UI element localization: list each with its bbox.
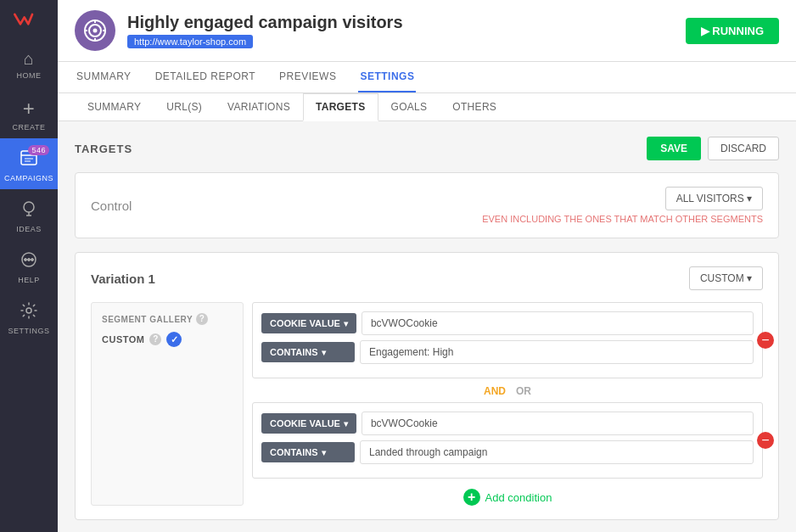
- condition-group-2: COOKIE VALUE ▾ CONTAINS ▾ −: [252, 402, 763, 479]
- campaign-title-wrap: Highly engaged campaign visitors http://…: [127, 13, 403, 48]
- sidebar-item-help[interactable]: HELP: [0, 240, 58, 291]
- condition-row-1-1: COOKIE VALUE ▾: [261, 311, 754, 335]
- remove-group-1-button[interactable]: −: [757, 332, 774, 349]
- condition-row-2-1: COOKIE VALUE ▾: [261, 412, 754, 435]
- svg-point-11: [26, 308, 31, 313]
- help-icon: [20, 250, 38, 273]
- sidebar-label-ideas: IDEAS: [16, 225, 42, 233]
- save-button[interactable]: SAVE: [647, 137, 701, 160]
- tab-detailed-report[interactable]: DETAILED REPORT: [154, 62, 257, 92]
- settings-icon: [20, 301, 38, 324]
- sidebar-label-settings: SETTINGS: [8, 327, 49, 335]
- sidebar-item-settings[interactable]: SETTINGS: [0, 291, 58, 342]
- custom-info-icon[interactable]: ?: [149, 333, 161, 345]
- remove-group-2-button[interactable]: −: [757, 432, 774, 449]
- topbar: Highly engaged campaign visitors http://…: [58, 0, 796, 62]
- campaign-title: Highly engaged campaign visitors: [127, 13, 403, 32]
- sidebar-label-help: HELP: [18, 276, 40, 284]
- discard-button[interactable]: DISCARD: [708, 137, 779, 160]
- ideas-icon: [20, 199, 38, 222]
- content-area: TARGETS SAVE DISCARD Control ALL VISITOR…: [58, 121, 796, 532]
- subtab-variations[interactable]: VARIATIONS: [215, 93, 303, 120]
- sidebar-label-home: HOME: [17, 71, 42, 80]
- variation-header: Variation 1 CUSTOM ▾: [91, 266, 763, 290]
- main-content: Highly engaged campaign visitors http://…: [58, 0, 796, 532]
- contains-input-1[interactable]: [360, 340, 754, 364]
- cookie-value-input-2[interactable]: [362, 412, 754, 435]
- targets-header: TARGETS SAVE DISCARD: [75, 137, 779, 160]
- contains-dropdown-2[interactable]: CONTAINS ▾: [261, 442, 355, 462]
- cookie-value-input-1[interactable]: [362, 311, 754, 335]
- segment-left: SEGMENT GALLERY ? CUSTOM ? ✓: [91, 302, 244, 506]
- nav-tabs: SUMMARY DETAILED REPORT PREVIEWS SETTING…: [58, 62, 796, 93]
- custom-button[interactable]: CUSTOM ▾: [689, 266, 763, 290]
- subtab-goals[interactable]: GOALS: [378, 93, 440, 120]
- segment-gallery-label: SEGMENT GALLERY ?: [102, 313, 233, 325]
- tab-settings[interactable]: SETTINGS: [358, 62, 416, 92]
- control-label: Control: [91, 199, 132, 213]
- cookie-value-dropdown-2[interactable]: COOKIE VALUE ▾: [261, 413, 356, 434]
- campaign-info: Highly engaged campaign visitors http://…: [75, 10, 403, 51]
- add-condition-label: Add condition: [485, 491, 552, 504]
- tab-previews[interactable]: PREVIEWS: [277, 62, 338, 92]
- svg-point-10: [31, 259, 34, 261]
- segment-body: SEGMENT GALLERY ? CUSTOM ? ✓: [91, 302, 763, 506]
- segment-gallery-info-icon[interactable]: ?: [196, 313, 208, 325]
- add-condition-icon: +: [463, 489, 480, 506]
- variation-card: Variation 1 CUSTOM ▾ SEGMENT GALLERY ? C…: [75, 252, 779, 520]
- or-label[interactable]: OR: [516, 385, 531, 397]
- condition-row-1-2: CONTAINS ▾: [261, 340, 754, 364]
- add-condition-row[interactable]: + Add condition: [252, 489, 763, 506]
- custom-segment-row: CUSTOM ? ✓: [102, 332, 233, 347]
- contains-dropdown-1[interactable]: CONTAINS ▾: [261, 342, 355, 362]
- sidebar: ⌂ HOME + CREATE 546 CAMPAIGNS IDEAS: [0, 0, 58, 532]
- subtab-summary[interactable]: SUMMARY: [75, 93, 154, 120]
- sidebar-item-campaigns[interactable]: 546 CAMPAIGNS: [0, 138, 58, 189]
- and-label[interactable]: AND: [484, 385, 506, 397]
- sidebar-label-campaigns: CAMPAIGNS: [4, 174, 53, 182]
- condition-row-2-2: CONTAINS ▾: [261, 440, 754, 464]
- sub-nav: SUMMARY URL(S) VARIATIONS TARGETS GOALS …: [58, 93, 796, 121]
- campaign-url[interactable]: http://www.taylor-shop.com: [127, 35, 253, 48]
- action-buttons: SAVE DISCARD: [647, 137, 779, 160]
- control-card: Control ALL VISITORS ▾ EVEN INCLUDING TH…: [75, 172, 779, 238]
- tab-summary[interactable]: SUMMARY: [75, 62, 133, 92]
- condition-group-1: COOKIE VALUE ▾ CONTAINS ▾ −: [252, 302, 763, 378]
- logo: [0, 0, 58, 39]
- campaign-icon: [75, 10, 115, 51]
- targets-title: TARGETS: [75, 143, 132, 155]
- cookie-value-dropdown-1[interactable]: COOKIE VALUE ▾: [261, 313, 356, 333]
- svg-point-9: [28, 259, 31, 261]
- chevron-icon: ▾: [322, 448, 326, 457]
- chevron-icon: ▾: [344, 319, 348, 328]
- svg-point-4: [24, 202, 34, 212]
- subtab-targets[interactable]: TARGETS: [303, 93, 378, 121]
- and-or-row: AND OR: [252, 385, 763, 397]
- subtab-others[interactable]: OTHERS: [440, 93, 509, 120]
- create-icon: +: [23, 97, 36, 120]
- control-right: ALL VISITORS ▾ EVEN INCLUDING THE ONES T…: [482, 187, 763, 224]
- all-visitors-button[interactable]: ALL VISITORS ▾: [665, 187, 763, 210]
- sidebar-label-create: CREATE: [13, 123, 46, 132]
- check-icon: ✓: [166, 332, 182, 347]
- sidebar-item-create[interactable]: + CREATE: [0, 87, 58, 138]
- home-icon: ⌂: [24, 49, 35, 69]
- chevron-icon: ▾: [344, 419, 348, 428]
- campaigns-badge: 546: [28, 145, 49, 155]
- subtab-urls[interactable]: URL(S): [154, 93, 215, 120]
- svg-point-8: [25, 259, 27, 261]
- svg-point-14: [93, 29, 98, 33]
- contains-input-2[interactable]: [360, 440, 754, 464]
- variation-title: Variation 1: [91, 272, 155, 286]
- sidebar-item-home[interactable]: ⌂ HOME: [0, 39, 58, 87]
- chevron-icon: ▾: [322, 348, 326, 357]
- sidebar-item-ideas[interactable]: IDEAS: [0, 189, 58, 240]
- running-button[interactable]: ▶ RUNNING: [686, 18, 779, 44]
- visitors-note: EVEN INCLUDING THE ONES THAT MATCH OTHER…: [482, 214, 763, 224]
- conditions-area: COOKIE VALUE ▾ CONTAINS ▾ −: [252, 302, 763, 506]
